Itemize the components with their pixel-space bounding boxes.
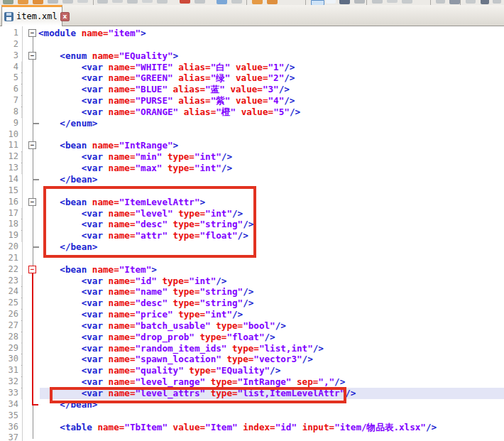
code-token: name= xyxy=(92,50,119,61)
toolbar-icon-fragment[interactable] xyxy=(436,0,445,4)
code-token: alias= xyxy=(184,107,217,117)
toolbar-icon-fragment[interactable] xyxy=(466,0,476,4)
toolbar-icon-fragment[interactable] xyxy=(127,0,138,4)
toolbar-icon-fragment[interactable] xyxy=(142,0,153,3)
code-line[interactable]: 6 <var name="BLUE" alias="蓝" value="3"/> xyxy=(0,84,504,95)
code-line[interactable]: 35 xyxy=(0,410,504,422)
code-line[interactable]: 37 xyxy=(0,432,504,441)
code-text[interactable]: <bean name="Item"> xyxy=(38,264,157,276)
line-number: 25 xyxy=(0,298,18,309)
code-token: input= xyxy=(302,422,335,432)
code-text[interactable]: <var name="GREEN" alias="绿" value="2"/> xyxy=(38,72,295,84)
editor-pane[interactable]: 1−<module name="item">23− <enum name="EQ… xyxy=(0,26,504,441)
code-text[interactable]: <var name="desc" type="string"/> xyxy=(38,298,253,309)
code-line[interactable]: 25 <var name="desc" type="string"/> xyxy=(0,298,504,309)
fold-collapse-icon[interactable]: − xyxy=(28,141,36,149)
fold-collapse-icon[interactable]: − xyxy=(28,52,36,60)
code-line[interactable]: 22− <bean name="Item"> xyxy=(0,264,504,276)
code-text[interactable]: <var name="max" type="int"/> xyxy=(38,163,232,174)
code-token: <var xyxy=(38,95,109,106)
code-text[interactable]: </bean> xyxy=(38,174,97,185)
code-text[interactable]: <var name="BLUE" alias="蓝" value="3"/> xyxy=(38,84,290,95)
toolbar-icon-fragment[interactable] xyxy=(231,0,242,4)
fold-collapse-icon[interactable]: − xyxy=(28,29,36,37)
code-token: name= xyxy=(109,365,136,376)
code-text[interactable]: <var name="quality" type="EQuality"/> xyxy=(38,365,280,376)
toolbar-icon-fragment[interactable] xyxy=(267,0,278,4)
toolbar-icon-fragment[interactable] xyxy=(195,0,205,4)
code-line[interactable]: 8 <var name="ORANGE" alias="橙" value="5"… xyxy=(0,107,504,118)
toolbar-icon-fragment[interactable] xyxy=(481,0,489,4)
code-text[interactable]: <enum name="EQuality"> xyxy=(38,50,178,62)
toolbar-icon-fragment[interactable] xyxy=(354,0,365,4)
code-text[interactable]: <var name="min" type="int"/> xyxy=(38,151,232,163)
tab-close-icon[interactable]: x xyxy=(60,12,70,21)
fold-collapse-icon[interactable]: − xyxy=(28,198,36,206)
code-text[interactable]: <var name="random_item_ids" type="list,i… xyxy=(38,343,324,354)
code-line[interactable]: 7 <var name="PURSE" alias="紫" value="4"/… xyxy=(0,95,504,107)
code-line[interactable]: 14 </bean> xyxy=(0,174,504,185)
fold-collapse-icon[interactable]: − xyxy=(28,266,36,273)
code-text[interactable]: <var name="id" type="int"/> xyxy=(38,276,226,287)
code-line[interactable]: 2 xyxy=(0,39,504,50)
toolbar-icon-fragment[interactable] xyxy=(372,0,383,4)
toolbar-icon-fragment[interactable] xyxy=(97,0,108,4)
code-text[interactable]: <var name="level_range" type="IntRange" … xyxy=(38,376,345,388)
code-line[interactable]: 5 <var name="GREEN" alias="绿" value="2"/… xyxy=(0,72,504,84)
toolbar-icon-fragment[interactable] xyxy=(77,0,88,3)
code-text[interactable]: <var name="PURSE" alias="紫" value="4"/> xyxy=(38,95,295,107)
code-token: type= xyxy=(173,298,200,308)
code-text[interactable]: <var name="name" type="string"/> xyxy=(38,286,253,298)
code-line[interactable]: 10 xyxy=(0,129,504,141)
toolbar-icon-fragment[interactable] xyxy=(493,0,501,4)
toolbar-icon-fragment[interactable] xyxy=(18,0,28,4)
code-line[interactable]: 4 <var name="WHITE" alias="白" value="1"/… xyxy=(0,62,504,73)
toolbar-icon-fragment[interactable] xyxy=(33,0,43,4)
code-line[interactable]: 28 <var name="drop_prob" type="float"/> xyxy=(0,332,504,343)
toolbar-icon-fragment[interactable] xyxy=(112,0,123,3)
toolbar-icon-fragment[interactable] xyxy=(402,0,412,4)
code-line[interactable]: 9 </enum> xyxy=(0,118,504,129)
code-line[interactable]: 30 <var name="spawn_location" type="vect… xyxy=(0,354,504,365)
code-text[interactable]: <bean name="IntRange"> xyxy=(38,140,178,151)
toolbar-icon-fragment[interactable] xyxy=(180,0,190,4)
toolbar-icon-fragment[interactable] xyxy=(217,0,227,4)
code-token: name= xyxy=(109,286,136,297)
code-line[interactable]: 26 <var name="price" type="int"/> xyxy=(0,309,504,320)
code-line[interactable]: 32 <var name="level_range" type="IntRang… xyxy=(0,376,504,388)
code-line[interactable]: 27 <var name="batch_usable" type="bool"/… xyxy=(0,320,504,332)
code-line[interactable]: 13 <var name="max" type="int"/> xyxy=(0,163,504,174)
code-text[interactable]: <var name="price" type="int"/> xyxy=(38,309,243,320)
tab-item-xml[interactable]: item.xml x xyxy=(1,5,62,26)
toolbar-icon-fragment[interactable] xyxy=(326,0,336,4)
toolbar-icon-fragment[interactable] xyxy=(252,0,263,4)
toolbar-icon-fragment[interactable] xyxy=(339,0,350,4)
code-token: <var xyxy=(38,354,109,364)
code-line[interactable]: 36 <table name="TbItem" value="Item" ind… xyxy=(0,422,504,433)
code-token: /> xyxy=(279,84,290,94)
toolbar-icon-fragment[interactable] xyxy=(48,0,58,4)
toolbar-icon-fragment[interactable] xyxy=(157,0,168,4)
code-text[interactable]: </enum> xyxy=(38,118,97,129)
toolbar-icon-fragment[interactable] xyxy=(449,0,460,4)
code-line[interactable]: 11− <bean name="IntRange"> xyxy=(0,140,504,151)
code-line[interactable]: 1−<module name="item"> xyxy=(0,28,504,39)
toolbar-icon-fragment[interactable] xyxy=(3,0,13,4)
code-line[interactable]: 29 <var name="random_item_ids" type="lis… xyxy=(0,343,504,354)
code-text[interactable]: <var name="WHITE" alias="白" value="1"/> xyxy=(38,62,295,73)
code-line[interactable]: 23 <var name="id" type="int"/> xyxy=(0,276,504,287)
code-token: index= xyxy=(243,422,275,432)
toolbar-icon-fragment[interactable] xyxy=(387,0,398,3)
indent-guide xyxy=(21,163,22,174)
code-text[interactable]: <var name="drop_prob" type="float"/> xyxy=(38,332,275,343)
code-line[interactable]: 31 <var name="quality" type="EQuality"/> xyxy=(0,365,504,376)
code-line[interactable]: 24 <var name="name" type="string"/> xyxy=(0,286,504,298)
code-line[interactable]: 3− <enum name="EQuality"> xyxy=(0,50,504,62)
code-text[interactable]: <table name="TbItem" value="Item" index=… xyxy=(38,422,437,433)
code-text[interactable]: <var name="spawn_location" type="vector3… xyxy=(38,354,313,365)
code-text[interactable]: <var name="ORANGE" alias="橙" value="5"/> xyxy=(38,107,300,118)
toolbar-icon-fragment[interactable] xyxy=(62,0,73,4)
code-text[interactable]: <module name="item"> xyxy=(38,28,146,39)
code-text[interactable]: <var name="batch_usable" type="bool"/> xyxy=(38,320,286,332)
code-line[interactable]: 12 <var name="min" type="int"/> xyxy=(0,151,504,163)
